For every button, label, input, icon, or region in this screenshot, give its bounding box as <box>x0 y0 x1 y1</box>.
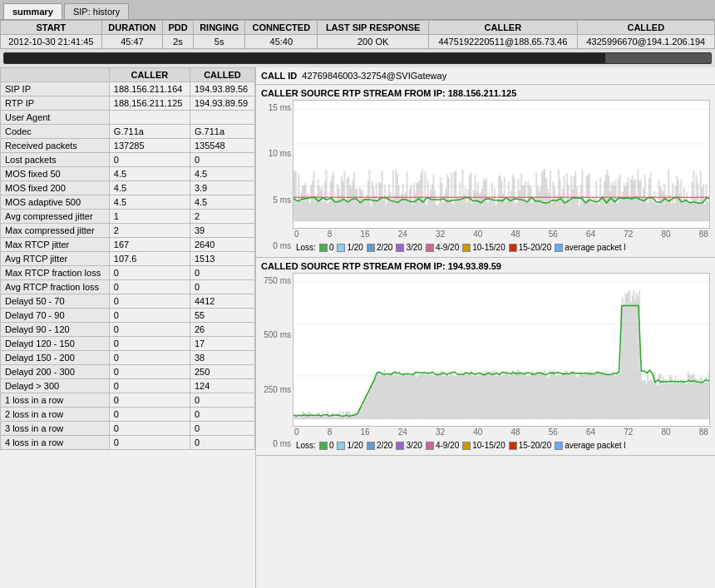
legend-loss-label: Loss: <box>296 243 316 252</box>
stats-label: Max compressed jitter <box>1 224 110 238</box>
stats-label: Avg RTCP fraction loss <box>1 280 110 294</box>
legend2-item-0: 0 <box>319 441 334 450</box>
legend2-item-7: average packet l <box>555 441 625 450</box>
stats-called-val: 2640 <box>190 238 254 252</box>
call-id-value: 42769846003-32754@SVIGateway <box>302 71 446 81</box>
stats-called-val: 0 <box>190 422 254 436</box>
stats-caller-val: 0 <box>109 280 190 294</box>
stats-label: Delayd 90 - 120 <box>1 323 110 337</box>
stats-row: Avg RTCP jitter107.61513 <box>1 252 255 266</box>
stats-caller-val: 188.156.211.164 <box>109 82 190 96</box>
stats-caller-val: 0 <box>109 408 190 422</box>
legend2-item-1: 1/20 <box>337 441 362 450</box>
stats-label: Codec <box>1 125 110 139</box>
stats-label: Avg compressed jitter <box>1 210 110 224</box>
stats-label: Received packets <box>1 139 110 153</box>
chart1-x8: 64 <box>586 230 595 239</box>
chart2-svg <box>293 274 709 427</box>
tab-summary[interactable]: summary <box>3 3 62 19</box>
legend2-label-1: 1/20 <box>347 441 362 450</box>
stats-called-val: 0 <box>190 266 254 280</box>
chart2-x5: 40 <box>473 427 482 437</box>
legend2-item-5: 10-15/20 <box>462 441 505 450</box>
stats-caller-val: 0 <box>109 153 190 167</box>
stats-label: MOS adaptive 500 <box>1 195 110 210</box>
val-pdd: 2s <box>163 35 194 49</box>
stats-row: Max RTCP fraction loss00 <box>1 266 255 280</box>
stats-row: Avg compressed jitter12 <box>1 210 255 224</box>
stats-label: Delayd 200 - 300 <box>1 365 110 379</box>
legend-item-2: 2/20 <box>367 243 392 252</box>
chart1-area <box>293 100 710 229</box>
stats-label: Delayd > 300 <box>1 379 110 393</box>
stats-called-val: 17 <box>190 337 254 351</box>
stats-caller-val: 1 <box>109 210 190 224</box>
stats-caller-val: 4.5 <box>109 167 190 181</box>
legend2-label-7: average packet l <box>565 441 625 450</box>
stats-label: MOS fixed 50 <box>1 167 110 181</box>
chart2-x1: 8 <box>328 427 333 437</box>
legend2-item-2: 2/20 <box>367 441 392 450</box>
stats-row: Max compressed jitter239 <box>1 224 255 238</box>
stats-row: User Agent <box>1 111 255 125</box>
stats-label: Delayd 70 - 90 <box>1 309 110 323</box>
stats-label: 3 loss in a row <box>1 422 110 436</box>
stats-label: Avg RTCP jitter <box>1 252 110 266</box>
col-ringing: RINGING <box>193 21 244 35</box>
chart1-x0: 0 <box>294 230 299 239</box>
val-last-sip: 200 OK <box>318 35 429 49</box>
legend2-label-3: 3/20 <box>406 441 422 450</box>
chart1-svg <box>293 101 709 229</box>
chart1-y2: 10 ms <box>263 149 291 158</box>
stats-caller-val: 2 <box>109 224 190 238</box>
stats-row: 2 loss in a row00 <box>1 408 255 422</box>
val-called: 4325996670@194.1.206.194 <box>577 35 714 49</box>
chart2-x7: 56 <box>549 427 558 437</box>
stats-row: Delayd 150 - 200038 <box>1 351 255 365</box>
stats-col-label <box>1 68 110 82</box>
tab-bar: summary SIP: history <box>0 0 715 20</box>
stats-caller-val: 0 <box>109 436 190 450</box>
col-caller: CALLER <box>429 21 578 35</box>
header-table: START DURATION PDD RINGING CONNECTED LAS… <box>0 20 715 49</box>
chart1-x6: 48 <box>510 230 520 239</box>
col-last-sip: LAST SIP RESPONSE <box>318 21 429 35</box>
legend-item-5: 10-15/20 <box>462 243 505 252</box>
col-called: CALLED <box>577 21 714 35</box>
progress-bar-outer <box>3 52 712 64</box>
legend-label-2: 2/20 <box>377 243 392 252</box>
legend-label-3: 3/20 <box>406 243 422 252</box>
stats-label: SIP IP <box>1 82 110 96</box>
stats-called-val: 4.5 <box>190 195 254 210</box>
chart2-y2: 500 ms <box>263 330 291 339</box>
legend-label-7: average packet l <box>565 243 625 252</box>
chart2-x6: 48 <box>510 427 520 437</box>
tab-sip-history[interactable]: SIP: history <box>64 3 129 19</box>
stats-called-val: 194.93.89.56 <box>190 82 254 96</box>
chart2-x2: 16 <box>360 427 369 437</box>
chart2-y1: 250 ms <box>263 385 291 394</box>
stats-caller-val: 0 <box>109 294 190 309</box>
stats-label: 4 loss in a row <box>1 436 110 450</box>
chart2-x8: 64 <box>586 427 595 437</box>
legend-item-4: 4-9/20 <box>426 243 459 252</box>
stats-caller-val: 0 <box>109 323 190 337</box>
stats-called-val: 194.93.89.59 <box>190 96 254 111</box>
stats-label: User Agent <box>1 111 110 125</box>
chart2-area <box>293 273 710 427</box>
stats-called-val: 4412 <box>190 294 254 309</box>
progress-bar-row <box>0 49 715 67</box>
stats-caller-val: 188.156.211.125 <box>109 96 190 111</box>
stats-caller-val: 0 <box>109 309 190 323</box>
stats-row: 3 loss in a row00 <box>1 422 255 436</box>
chart1-legend: Loss: 0 1/20 2/20 3/20 4-9/20 10-15/20 1… <box>293 241 710 254</box>
val-connected: 45:40 <box>245 35 318 49</box>
stats-label: Lost packets <box>1 153 110 167</box>
stats-label: Delayd 50 - 70 <box>1 294 110 309</box>
stats-caller-val: 0 <box>109 351 190 365</box>
legend2-label-2: 2/20 <box>377 441 392 450</box>
stats-called-val: 0 <box>190 280 254 294</box>
stats-label: 1 loss in a row <box>1 393 110 408</box>
stats-label: Delayd 120 - 150 <box>1 337 110 351</box>
col-duration: DURATION <box>101 21 162 35</box>
